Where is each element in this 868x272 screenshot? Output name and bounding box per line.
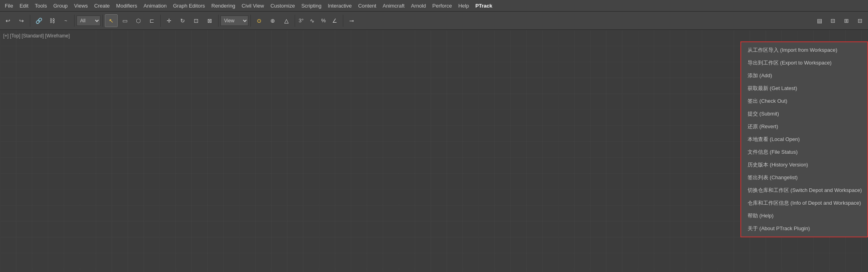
- viewport-grid-major: [0, 30, 868, 272]
- separator-1: [30, 15, 30, 27]
- move-button[interactable]: ✛: [163, 14, 175, 27]
- dropdown-item-get-latest[interactable]: 获取最新 (Get Latest): [741, 82, 867, 95]
- object-tool-button[interactable]: ⊸: [345, 14, 358, 27]
- viewport: [+] [Top] [Standard] [Wireframe]: [0, 30, 868, 272]
- menu-item-edit[interactable]: Edit: [16, 0, 31, 12]
- layer-button[interactable]: ▤: [813, 14, 826, 27]
- dropdown-item-file-status[interactable]: 文件信息 (File Status): [741, 146, 867, 159]
- link-button[interactable]: 🔗: [32, 14, 45, 27]
- separator-7: [295, 15, 295, 27]
- undo-button[interactable]: ↩: [2, 14, 14, 27]
- select-lasso-button[interactable]: ⊏: [146, 14, 158, 27]
- content-area: [+] [Top] [Standard] [Wireframe] 从工作区导入 …: [0, 30, 868, 272]
- separator-6: [250, 15, 251, 27]
- menubar: FileEditToolsGroupViewsCreateModifiersAn…: [0, 0, 868, 12]
- select-arrow-button[interactable]: ↖: [105, 14, 118, 27]
- menu-item-create[interactable]: Create: [91, 0, 113, 12]
- menu-item-civil-view[interactable]: Civil View: [238, 0, 267, 12]
- menu-item-rendering[interactable]: Rendering: [208, 0, 238, 12]
- menu-item-interactive[interactable]: Interactive: [325, 0, 355, 12]
- bind-button[interactable]: ~: [59, 14, 72, 27]
- scale-button[interactable]: ⊡: [190, 14, 203, 27]
- dropdown-item-changelist[interactable]: 签出列表 (Changelist): [741, 171, 867, 184]
- snap-button[interactable]: ⊙: [253, 14, 266, 27]
- dropdown-item-submit[interactable]: 提交 (Submit): [741, 108, 867, 120]
- percent-label: %: [319, 18, 327, 23]
- mirror-button[interactable]: △: [280, 14, 293, 27]
- dropdown-item-history-version[interactable]: 历史版本 (History Version): [741, 159, 867, 171]
- menu-item-views[interactable]: Views: [71, 0, 91, 12]
- menu-item-customize[interactable]: Customize: [267, 0, 298, 12]
- dropdown-item-about[interactable]: 关于 (About PTrack Plugin): [741, 222, 867, 235]
- grid-button[interactable]: ⊞: [840, 14, 853, 27]
- select-filter-dropdown[interactable]: All: [77, 16, 100, 26]
- unlink-button[interactable]: ⛓: [46, 14, 59, 27]
- dropdown-item-check-out[interactable]: 签出 (Check Out): [741, 95, 867, 108]
- menu-item-modifiers[interactable]: Modifiers: [113, 0, 140, 12]
- view-dropdown[interactable]: View: [220, 16, 248, 26]
- curve-button[interactable]: ∿: [306, 14, 319, 27]
- select-region-button[interactable]: ▭: [118, 14, 131, 27]
- menu-item-animcraft[interactable]: Animcraft: [380, 0, 408, 12]
- dropdown-item-import-workspace[interactable]: 从工作区导入 (Import from Workspace): [741, 44, 867, 57]
- menu-item-arnold[interactable]: Arnold: [408, 0, 429, 12]
- ptrack-dropdown-menu: 从工作区导入 (Import from Workspace)导出到工作区 (Ex…: [740, 41, 868, 237]
- rotate-button[interactable]: ↻: [176, 14, 189, 27]
- separator-4: [160, 15, 161, 27]
- menu-item-animation[interactable]: Animation: [140, 0, 170, 12]
- separator-3: [102, 15, 103, 27]
- menu-item-group[interactable]: Group: [50, 0, 71, 12]
- menu-item-help[interactable]: Help: [455, 0, 472, 12]
- scene-explorer-button[interactable]: ⊟: [827, 14, 839, 27]
- menu-item-perforce[interactable]: Perforce: [429, 0, 455, 12]
- menu-item-content[interactable]: Content: [355, 0, 380, 12]
- squash-button[interactable]: ⊠: [203, 14, 216, 27]
- angle2-button[interactable]: ∠: [328, 14, 341, 27]
- menu-item-graph-editors[interactable]: Graph Editors: [170, 0, 208, 12]
- select-fence-button[interactable]: ⬡: [132, 14, 145, 27]
- menu-item-tools[interactable]: Tools: [31, 0, 50, 12]
- dropdown-item-switch-depot[interactable]: 切换仓库和工作区 (Switch Depot and Workspace): [741, 184, 867, 197]
- dropdown-item-local-open[interactable]: 本地查看 (Local Open): [741, 133, 867, 146]
- menu-item-ptrack[interactable]: PTrack: [472, 0, 496, 12]
- separator-2: [74, 15, 75, 27]
- dropdown-item-depot-info[interactable]: 仓库和工作区信息 (Info of Depot and Workspace): [741, 197, 867, 209]
- dropdown-item-revert[interactable]: 还原 (Revert): [741, 120, 867, 133]
- separator-5: [218, 15, 218, 27]
- toolbar: ↩ ↪ 🔗 ⛓ ~ All ↖ ▭ ⬡ ⊏ ✛ ↻ ⊡ ⊠ View ⊙ ⊕ △…: [0, 12, 868, 30]
- viewport-label: [+] [Top] [Standard] [Wireframe]: [3, 33, 70, 39]
- align-button[interactable]: ⊕: [266, 14, 279, 27]
- dropdown-item-export-workspace[interactable]: 导出到工作区 (Export to Workspace): [741, 57, 867, 69]
- dropdown-item-help[interactable]: 帮助 (Help): [741, 209, 867, 222]
- menu-item-scripting[interactable]: Scripting: [298, 0, 325, 12]
- menu-item-file[interactable]: File: [2, 0, 16, 12]
- angle-label: 3°: [297, 18, 305, 23]
- dropdown-item-add[interactable]: 添加 (Add): [741, 69, 867, 82]
- render-frame-button[interactable]: ⊟: [854, 14, 866, 27]
- redo-button[interactable]: ↪: [15, 14, 28, 27]
- separator-8: [343, 15, 343, 27]
